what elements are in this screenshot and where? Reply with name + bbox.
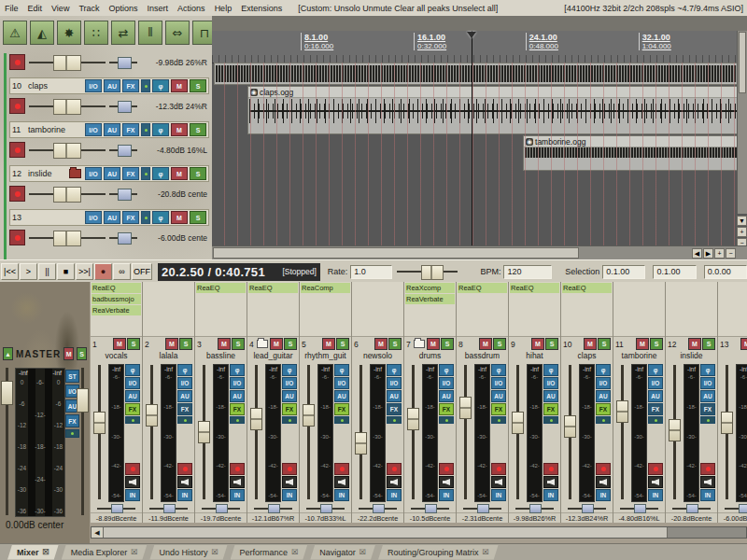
channel-name[interactable]: claps — [561, 351, 613, 363]
fx-insert[interactable]: ReaComp — [301, 283, 350, 293]
io-button[interactable]: I/O — [491, 377, 506, 389]
io-button[interactable]: I/O — [85, 211, 102, 224]
volume-fader[interactable] — [355, 365, 367, 499]
pan-slider[interactable] — [109, 232, 137, 244]
master-mute-button[interactable]: M — [63, 347, 74, 360]
menu-insert[interactable]: Insert — [143, 4, 174, 13]
menu-help[interactable]: Help — [210, 4, 237, 13]
slider-thumb[interactable] — [686, 504, 698, 513]
docker-tab-routing-grouping-matrix[interactable]: Routing/Grouping Matrix ☒ — [378, 545, 499, 560]
phase-button[interactable]: φ — [387, 364, 402, 376]
io-button[interactable]: I/O — [125, 377, 140, 389]
fx-insert-slots[interactable]: ReaEQ — [561, 282, 613, 337]
auto-crossfade-off-button[interactable]: OFF — [132, 263, 152, 280]
fader-thumb[interactable] — [407, 408, 419, 430]
phase-button[interactable]: φ — [648, 364, 663, 376]
slider-thumb[interactable] — [216, 504, 228, 513]
docker-tab-performance[interactable]: Performance ☒ — [231, 545, 308, 560]
fx-button[interactable]: FX — [122, 211, 139, 224]
input-button[interactable]: IN — [177, 489, 192, 501]
volume-fader[interactable] — [564, 365, 576, 499]
volume-fader[interactable] — [303, 365, 315, 499]
playhead[interactable] — [472, 31, 472, 247]
input-button[interactable]: IN — [125, 489, 140, 501]
solo-button[interactable]: S — [545, 338, 558, 350]
solo-button[interactable]: S — [190, 211, 206, 224]
slider-thumb[interactable] — [118, 189, 132, 201]
envelope-button[interactable] — [141, 79, 150, 92]
solo-button[interactable]: S — [190, 79, 206, 92]
fader-thumb[interactable] — [721, 412, 733, 434]
io-button[interactable]: I/O — [387, 377, 402, 389]
volume-fader[interactable] — [29, 55, 106, 70]
mountain-icon[interactable]: ◭ — [30, 21, 54, 45]
volume-fader[interactable] — [459, 365, 472, 499]
fx-insert[interactable]: ReaEQ — [196, 283, 246, 293]
mixer-scrollbar[interactable]: ◀ — [91, 526, 747, 539]
mute-button[interactable]: M — [270, 338, 283, 350]
stop-button[interactable]: ■ — [57, 263, 75, 280]
au-button[interactable]: AU — [439, 390, 454, 402]
record-arm-button[interactable] — [230, 463, 245, 475]
au-button[interactable]: AU — [104, 167, 120, 180]
fx-insert-slots[interactable] — [352, 282, 403, 337]
solo-button[interactable]: S — [179, 338, 192, 350]
fader-thumb[interactable] — [564, 415, 576, 438]
scrollbar-thumb[interactable] — [104, 527, 668, 538]
mute-button[interactable]: M — [171, 211, 188, 224]
io-button[interactable]: I/O — [596, 377, 611, 389]
envelope-button[interactable] — [596, 416, 611, 424]
timeline-ruler[interactable]: 8.1.00 0:16.000 16.1.00 0:32.000 24.1.00… — [212, 31, 747, 63]
monitor-button[interactable] — [491, 476, 506, 488]
fader-thumb[interactable] — [198, 421, 210, 443]
monitor-button[interactable] — [700, 476, 715, 488]
mute-button[interactable]: M — [584, 338, 597, 350]
scroll-left-icon[interactable]: ◀ — [92, 527, 104, 538]
fader-thumb[interactable] — [459, 397, 472, 419]
menu-actions[interactable]: Actions — [173, 4, 210, 13]
mute-button[interactable]: M — [113, 338, 126, 350]
volume-fader[interactable] — [198, 365, 210, 499]
fader-thumb[interactable] — [616, 400, 628, 423]
monitor-button[interactable] — [387, 476, 402, 488]
envelope-button[interactable] — [125, 416, 140, 424]
fx-button[interactable]: FX — [177, 403, 192, 415]
menu-extensions[interactable]: Extensions — [236, 4, 287, 13]
input-button[interactable]: IN — [334, 489, 349, 501]
envelope-button[interactable] — [141, 123, 150, 136]
monitor-button[interactable] — [543, 476, 558, 488]
fx-insert[interactable]: ReaEQ — [92, 283, 141, 293]
grid-dots-icon[interactable]: ∷ — [84, 21, 108, 45]
slider-thumb[interactable] — [477, 504, 489, 513]
fx-button[interactable]: FX — [125, 403, 140, 415]
pause-button[interactable]: || — [38, 263, 56, 280]
volume-fader[interactable] — [93, 365, 106, 499]
repeat-button[interactable]: ∞ — [113, 263, 131, 280]
pan-slider[interactable] — [97, 504, 135, 512]
mute-button[interactable]: M — [374, 338, 388, 350]
record-arm-button[interactable] — [491, 463, 506, 475]
record-arm-button[interactable] — [700, 463, 715, 475]
docker-tab-undo-history[interactable]: Undo History ☒ — [149, 545, 227, 560]
slider-thumb[interactable] — [163, 504, 176, 513]
au-button[interactable]: AU — [104, 211, 120, 224]
play-button[interactable]: > — [20, 263, 37, 280]
phase-button[interactable]: φ — [700, 364, 715, 376]
solo-button[interactable]: S — [441, 338, 454, 350]
master-fader-right[interactable] — [77, 368, 89, 515]
snap-icon[interactable]: ⇔ — [165, 21, 190, 45]
record-arm-button[interactable] — [387, 463, 402, 475]
record-arm-button[interactable] — [9, 54, 25, 70]
slider-thumb[interactable] — [118, 57, 132, 69]
slider-thumb[interactable] — [268, 504, 280, 513]
fold-arrow-icon[interactable]: ▲ — [3, 347, 13, 360]
volume-fader[interactable] — [29, 187, 106, 202]
vertical-scrollbar[interactable] — [737, 31, 747, 214]
fan-icon[interactable]: ✸ — [57, 21, 81, 45]
slider-thumb[interactable] — [529, 504, 542, 513]
channel-name[interactable]: lead_guitar — [247, 351, 299, 363]
input-button[interactable]: IN — [491, 489, 506, 501]
pan-slider[interactable] — [515, 504, 554, 512]
phase-button[interactable]: φ — [152, 123, 169, 136]
envelope-button[interactable] — [439, 416, 454, 424]
